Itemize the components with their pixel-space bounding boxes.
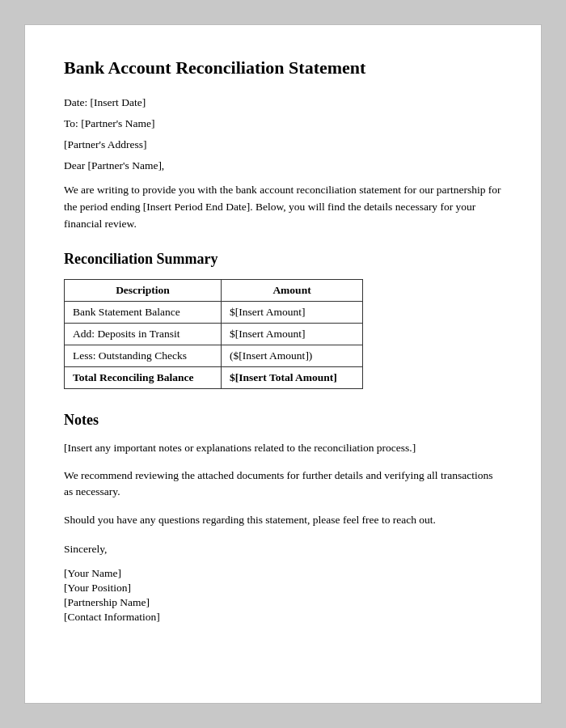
row-description: Bank Statement Balance (65, 301, 222, 323)
table-row: Less: Outstanding Checks ($[Insert Amoun… (65, 345, 363, 366)
row-description: Less: Outstanding Checks (65, 345, 222, 366)
table-row: Bank Statement Balance $[Insert Amount] (65, 301, 363, 323)
notes-paragraph-3: Should you have any questions regarding … (64, 512, 502, 528)
table-row-total: Total Reconciling Balance $[Insert Total… (65, 366, 363, 388)
signer-name: [Your Name] (64, 567, 502, 580)
notes-paragraph-1: [Insert any important notes or explanati… (64, 440, 502, 456)
closing-block: Sincerely, [Your Name] [Your Position] [… (64, 543, 502, 624)
address-line: [Partner's Address] (64, 138, 502, 151)
salutation-line: Dear [Partner's Name], (64, 159, 502, 172)
document-title: Bank Account Reconciliation Statement (64, 57, 502, 78)
intro-paragraph: We are writing to provide you with the b… (64, 182, 502, 233)
row-description: Add: Deposits in Transit (65, 323, 222, 345)
row-total-amount: $[Insert Total Amount] (222, 366, 363, 388)
notes-paragraph-2: We recommend reviewing the attached docu… (64, 468, 502, 501)
sincerely-line: Sincerely, (64, 543, 502, 556)
row-amount: $[Insert Amount] (222, 323, 363, 345)
reconciliation-section-title: Reconciliation Summary (64, 251, 502, 268)
row-total-description: Total Reconciling Balance (65, 366, 222, 388)
signature-block: [Your Name] [Your Position] [Partnership… (64, 567, 502, 624)
table-row: Add: Deposits in Transit $[Insert Amount… (65, 323, 363, 345)
document-page: Bank Account Reconciliation Statement Da… (24, 24, 542, 704)
signer-position: [Your Position] (64, 582, 502, 595)
row-amount: $[Insert Amount] (222, 301, 363, 323)
notes-section: Notes [Insert any important notes or exp… (64, 412, 502, 528)
notes-section-title: Notes (64, 412, 502, 429)
contact-info: [Contact Information] (64, 611, 502, 624)
to-line: To: [Partner's Name] (64, 117, 502, 130)
col-header-description: Description (65, 279, 222, 301)
reconciliation-table: Description Amount Bank Statement Balanc… (64, 279, 363, 389)
row-amount: ($[Insert Amount]) (222, 345, 363, 366)
date-line: Date: [Insert Date] (64, 96, 502, 109)
col-header-amount: Amount (222, 279, 363, 301)
partnership-name: [Partnership Name] (64, 596, 502, 609)
